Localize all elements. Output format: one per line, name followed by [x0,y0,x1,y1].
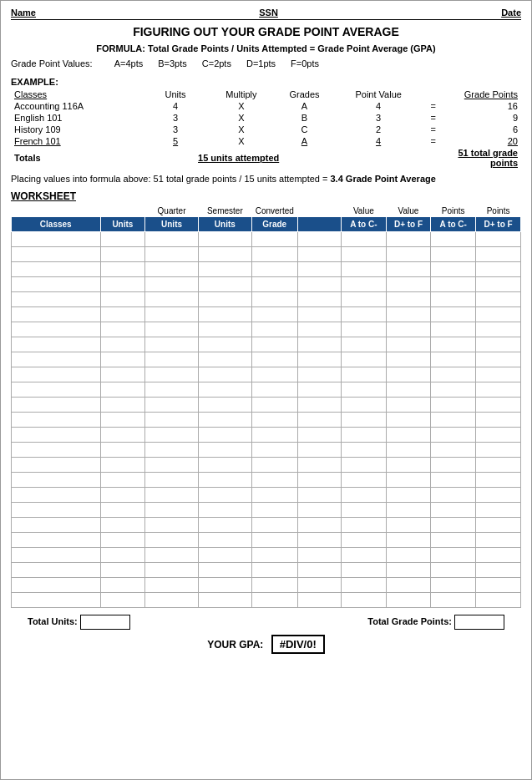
ws-cell[interactable] [476,292,521,307]
ws-cell[interactable] [198,367,251,382]
ws-cell[interactable] [12,337,101,352]
ws-cell[interactable] [386,352,431,367]
ws-cell[interactable] [251,262,297,277]
ws-cell[interactable] [386,593,431,608]
ws-cell[interactable] [476,277,521,292]
ws-cell[interactable] [476,518,521,533]
ws-cell[interactable] [297,518,341,533]
ws-cell[interactable] [12,398,101,413]
ws-cell[interactable] [198,473,251,488]
ws-cell[interactable] [386,413,431,428]
ws-cell[interactable] [198,413,251,428]
ws-cell[interactable] [386,533,431,548]
ws-cell[interactable] [100,413,145,428]
ws-cell[interactable] [251,443,297,458]
ws-cell[interactable] [12,352,101,367]
ws-cell[interactable] [297,443,341,458]
ws-cell[interactable] [386,458,431,473]
ws-cell[interactable] [431,292,476,307]
ws-cell[interactable] [251,578,297,593]
ws-cell[interactable] [297,337,341,352]
ws-cell[interactable] [12,518,101,533]
ws-cell[interactable] [145,277,199,292]
ws-cell[interactable] [198,262,251,277]
ws-cell[interactable] [198,428,251,443]
ws-cell[interactable] [386,578,431,593]
ws-cell[interactable] [431,277,476,292]
ws-cell[interactable] [386,398,431,413]
ws-cell[interactable] [145,262,199,277]
ws-cell[interactable] [145,322,199,337]
ws-cell[interactable] [297,322,341,337]
ws-cell[interactable] [12,503,101,518]
ws-cell[interactable] [100,307,145,322]
ws-cell[interactable] [198,533,251,548]
ws-cell[interactable] [386,247,431,262]
ws-cell[interactable] [476,428,521,443]
ws-cell[interactable] [297,292,341,307]
ws-cell[interactable] [297,367,341,382]
ws-cell[interactable] [297,458,341,473]
ws-cell[interactable] [198,488,251,503]
ws-cell[interactable] [100,277,145,292]
ws-cell[interactable] [100,337,145,352]
ws-cell[interactable] [145,352,199,367]
ws-cell[interactable] [297,398,341,413]
ws-cell[interactable] [100,428,145,443]
ws-cell[interactable] [251,367,297,382]
ws-cell[interactable] [251,548,297,563]
ws-cell[interactable] [386,262,431,277]
ws-cell[interactable] [251,428,297,443]
ws-cell[interactable] [297,563,341,578]
ws-cell[interactable] [342,518,387,533]
ws-cell[interactable] [12,593,101,608]
ws-cell[interactable] [476,322,521,337]
ws-cell[interactable] [145,563,199,578]
ws-cell[interactable] [198,458,251,473]
ws-cell[interactable] [431,548,476,563]
ws-cell[interactable] [342,548,387,563]
ws-cell[interactable] [297,413,341,428]
ws-cell[interactable] [342,398,387,413]
ws-cell[interactable] [342,413,387,428]
ws-cell[interactable] [145,458,199,473]
ws-cell[interactable] [198,277,251,292]
ws-cell[interactable] [145,292,199,307]
ws-cell[interactable] [342,458,387,473]
ws-cell[interactable] [386,322,431,337]
ws-cell[interactable] [386,443,431,458]
ws-cell[interactable] [476,533,521,548]
ws-cell[interactable] [145,593,199,608]
ws-cell[interactable] [476,563,521,578]
ws-cell[interactable] [342,488,387,503]
ws-cell[interactable] [145,413,199,428]
ws-cell[interactable] [251,382,297,398]
ws-cell[interactable] [476,458,521,473]
ws-cell[interactable] [297,488,341,503]
ws-cell[interactable] [386,307,431,322]
ws-cell[interactable] [100,367,145,382]
ws-cell[interactable] [386,473,431,488]
ws-cell[interactable] [342,473,387,488]
ws-cell[interactable] [431,563,476,578]
ws-cell[interactable] [342,322,387,337]
ws-cell[interactable] [386,232,431,247]
ws-cell[interactable] [100,247,145,262]
ws-cell[interactable] [476,503,521,518]
ws-cell[interactable] [100,292,145,307]
ws-cell[interactable] [342,247,387,262]
ws-cell[interactable] [145,307,199,322]
ws-cell[interactable] [386,518,431,533]
ws-cell[interactable] [342,292,387,307]
ws-cell[interactable] [12,367,101,382]
ws-cell[interactable] [12,413,101,428]
ws-cell[interactable] [12,262,101,277]
ws-cell[interactable] [431,488,476,503]
ws-cell[interactable] [100,503,145,518]
ws-cell[interactable] [12,443,101,458]
ws-cell[interactable] [100,563,145,578]
ws-cell[interactable] [251,352,297,367]
ws-cell[interactable] [297,473,341,488]
ws-cell[interactable] [100,398,145,413]
ws-cell[interactable] [431,473,476,488]
